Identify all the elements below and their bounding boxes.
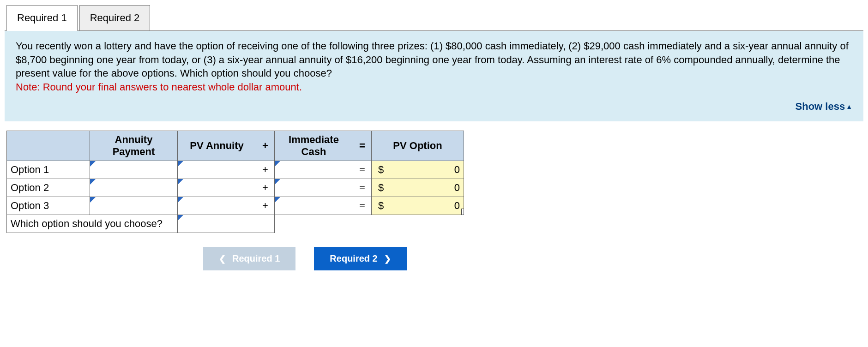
row-label-option-2: Option 2 (7, 179, 90, 197)
row-option-2: Option 2 + = $0 (7, 179, 464, 197)
input-pvannuity-1[interactable] (178, 161, 256, 179)
cell-marker-icon (275, 179, 280, 185)
op-eq-2: = (353, 179, 372, 197)
header-pv-annuity: PV Annuity (178, 131, 256, 161)
cell-marker-icon (178, 161, 183, 167)
input-cash-1[interactable] (275, 161, 353, 179)
prev-button[interactable]: ❮ Required 1 (203, 247, 295, 270)
choose-label: Which option should you choose? (7, 215, 178, 233)
row-choose: Which option should you choose? (7, 215, 464, 233)
chevron-left-icon: ❮ (219, 254, 226, 264)
input-pvannuity-3[interactable] (178, 197, 256, 215)
tab-required-2[interactable]: Required 2 (79, 5, 151, 31)
op-eq-3: = (353, 197, 372, 215)
pv-value-1: 0 (454, 164, 460, 175)
dollar-sign: $ (375, 200, 384, 212)
chevron-right-icon: ❯ (384, 254, 391, 264)
resize-handle-icon[interactable] (461, 209, 464, 215)
pv-value-3: 0 (454, 200, 460, 211)
cell-marker-icon (90, 179, 96, 185)
cell-marker-icon (178, 215, 183, 221)
header-equals: = (353, 131, 372, 161)
tab-bar: Required 1 Required 2 (6, 5, 863, 30)
op-plus-1: + (256, 161, 275, 179)
input-cash-2[interactable] (275, 179, 353, 197)
caret-up-icon: ▲ (846, 103, 852, 110)
input-pvannuity-2[interactable] (178, 179, 256, 197)
prompt-note: Note: Round your final answers to neares… (16, 80, 852, 94)
row-option-1: Option 1 + = $0 (7, 161, 464, 179)
row-label-option-3: Option 3 (7, 197, 90, 215)
answer-table: Annuity Payment PV Annuity + Immediate C… (6, 131, 464, 233)
op-plus-3: + (256, 197, 275, 215)
cell-marker-icon (275, 161, 280, 167)
op-eq-1: = (353, 161, 372, 179)
input-annuity-3[interactable] (90, 197, 178, 215)
pv-option-3: $0 (372, 197, 464, 215)
dollar-sign: $ (375, 182, 384, 194)
cell-marker-icon (178, 197, 183, 203)
header-annuity-payment: Annuity Payment (90, 131, 178, 161)
next-button[interactable]: Required 2 ❯ (314, 247, 406, 270)
prev-label: Required 1 (232, 253, 280, 264)
cell-marker-icon (178, 179, 183, 185)
op-plus-2: + (256, 179, 275, 197)
nav-buttons: ❮ Required 1 Required 2 ❯ (203, 247, 863, 270)
pv-option-2: $0 (372, 179, 464, 197)
blank-cell (275, 215, 464, 233)
tab-required-1[interactable]: Required 1 (6, 5, 78, 31)
cell-marker-icon (90, 197, 96, 203)
next-label: Required 2 (330, 253, 377, 264)
header-immediate-cash: Immediate Cash (275, 131, 353, 161)
input-annuity-2[interactable] (90, 179, 178, 197)
show-less-toggle[interactable]: Show less▲ (16, 100, 852, 114)
cell-marker-icon (275, 197, 280, 203)
pv-option-1: $0 (372, 161, 464, 179)
pv-value-2: 0 (454, 182, 460, 193)
row-option-3: Option 3 + = $0 (7, 197, 464, 215)
row-label-option-1: Option 1 (7, 161, 90, 179)
input-choose[interactable] (178, 215, 275, 233)
show-less-label: Show less (796, 101, 845, 112)
header-blank (7, 131, 90, 161)
prompt-body: You recently won a lottery and have the … (16, 39, 852, 80)
input-annuity-1[interactable] (90, 161, 178, 179)
header-pv-option: PV Option (372, 131, 464, 161)
question-prompt: You recently won a lottery and have the … (5, 30, 863, 121)
cell-marker-icon (90, 161, 96, 167)
dollar-sign: $ (375, 164, 384, 176)
input-cash-3[interactable] (275, 197, 353, 215)
header-plus: + (256, 131, 275, 161)
